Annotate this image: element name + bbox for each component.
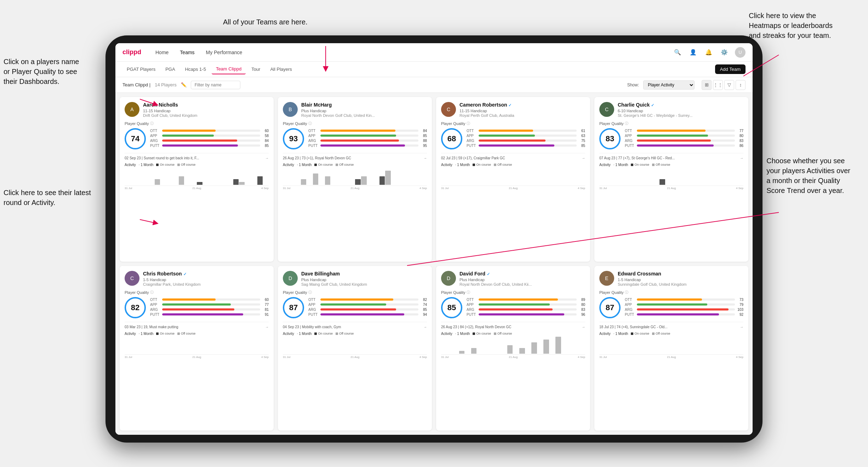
quality-content-8[interactable]: 87 OTT 73 APP: [599, 297, 743, 318]
edit-icon[interactable]: ✏️: [181, 82, 187, 87]
player-name-5[interactable]: Chris Robertson ✓: [143, 271, 269, 277]
recent-round-5[interactable]: 03 Mar 23 | 19, Must make putting →: [125, 325, 269, 329]
player-name-8[interactable]: Edward Crossman: [618, 271, 743, 277]
recent-round-link-3[interactable]: →: [582, 156, 585, 160]
quality-score-1[interactable]: 74: [125, 128, 146, 149]
player-card-6[interactable]: D Dave Billingham Plus Handicap Sag Main…: [278, 266, 432, 431]
recent-round-6[interactable]: 04 Sep 23 | Mobility with coach, Gym →: [283, 325, 427, 329]
tab-pgat-players[interactable]: PGAT Players: [122, 64, 160, 74]
player-card-8[interactable]: E Edward Crossman 1-5 Handicap Sunningda…: [594, 266, 748, 431]
quality-score-6[interactable]: 87: [283, 297, 304, 318]
filter-input[interactable]: [191, 81, 240, 89]
recent-round-4[interactable]: 07 Aug 23 | 77 (+7), St George's Hill GC…: [599, 156, 743, 160]
player-info-8: Edward Crossman 1-5 Handicap Sunningdale…: [618, 271, 743, 286]
player-name-7[interactable]: David Ford ✓: [459, 271, 585, 277]
recent-round-link-4[interactable]: →: [740, 156, 743, 160]
quality-content-2[interactable]: 93 OTT 84 APP: [283, 128, 427, 149]
player-club-3: Royal Perth Golf Club, Australia: [459, 113, 585, 118]
legend-on-3: [473, 164, 475, 166]
stat-row-arg-3: ARG 75: [467, 139, 585, 143]
avatar[interactable]: U: [735, 47, 746, 58]
recent-round-link-8[interactable]: →: [740, 325, 743, 329]
chart-dates-4: 31 Jul21 Aug4 Sep: [599, 187, 743, 190]
recent-round-7[interactable]: 26 Aug 23 | 84 (+12), Royal North Devon …: [441, 325, 585, 329]
tab-team-clippd[interactable]: Team Clippd: [212, 64, 246, 74]
quality-score-2[interactable]: 93: [283, 128, 304, 149]
player-name-1[interactable]: Aaron Nicholls: [143, 102, 269, 108]
settings-icon[interactable]: ⚙️: [719, 47, 729, 57]
recent-round-link-7[interactable]: →: [582, 325, 585, 329]
stat-row-putt-4: PUTT 86: [625, 144, 743, 148]
verified-icon: ✓: [183, 272, 187, 276]
player-name-6[interactable]: Dave Billingham: [301, 271, 427, 277]
tab-all-players[interactable]: All Players: [266, 64, 296, 74]
recent-round-8[interactable]: 18 Jul 23 | 74 (+4), Sunningdale GC - Ol…: [599, 325, 743, 329]
player-card-5[interactable]: C Chris Robertson ✓ 1-5 Handicap Craigmi…: [120, 266, 274, 431]
player-avatar-4: C: [599, 102, 614, 117]
stat-row-arg-1: ARG 84: [150, 139, 269, 143]
quality-score-3[interactable]: 68: [441, 128, 462, 149]
player-name-4[interactable]: Charlie Quick ✓: [618, 102, 743, 108]
bell-icon[interactable]: 🔔: [704, 47, 714, 57]
tab-pga[interactable]: PGA: [161, 64, 179, 74]
filter-icon[interactable]: ▽: [724, 80, 734, 90]
player-card-7[interactable]: D David Ford ✓ Plus Handicap Royal North…: [436, 266, 590, 431]
quality-label-7: Player Quality ⓘ: [441, 290, 585, 295]
profile-icon[interactable]: 👤: [688, 47, 698, 57]
nav-teams[interactable]: Teams: [180, 48, 194, 57]
recent-round-3[interactable]: 02 Jul 23 | 59 (+17), Craigmillar Park G…: [441, 156, 585, 160]
stat-row-app-1: APP 58: [150, 134, 269, 138]
stat-row-app-5: APP 77: [150, 303, 269, 307]
activity-annotation: Choose whether you seeyour players Activ…: [766, 156, 850, 195]
player-name-2[interactable]: Blair McHarg: [301, 102, 427, 108]
grid4-view-icon[interactable]: ⊞: [702, 80, 712, 90]
recent-round-link-2[interactable]: →: [423, 156, 427, 160]
player-info-2: Blair McHarg Plus Handicap Royal North D…: [301, 102, 427, 118]
quality-score-7[interactable]: 85: [441, 297, 462, 318]
stat-row-ott-6: OTT 82: [308, 298, 427, 302]
quality-label-4: Player Quality ⓘ: [599, 121, 743, 126]
tab-hcaps[interactable]: Hcaps 1-5: [181, 64, 210, 74]
quality-content-4[interactable]: 83 OTT 77 APP: [599, 128, 743, 149]
activity-header-8: Activity · 1 Month On course Off course: [599, 332, 743, 336]
stat-row-putt-1: PUTT 85: [150, 144, 269, 148]
activity-section-8: Activity · 1 Month On course Off course: [599, 332, 743, 358]
activity-section-4: Activity · 1 Month On course Off course: [599, 163, 743, 189]
quality-content-1[interactable]: 74 OTT 60 APP: [125, 128, 269, 149]
player-handicap-3: 11-15 Handicap: [459, 109, 585, 113]
quality-content-3[interactable]: 68 OTT 61 APP: [441, 128, 585, 149]
show-select[interactable]: Player Activity Quality Score Trend: [643, 80, 695, 90]
grid6-view-icon[interactable]: ⋮⋮: [713, 80, 723, 90]
quality-content-7[interactable]: 85 OTT 89 APP: [441, 297, 585, 318]
player-card-3[interactable]: C Cameron Robertson ✓ 11-15 Handicap Roy…: [436, 97, 590, 262]
recent-round-1[interactable]: 02 Sep 23 | Sunset round to get back int…: [125, 156, 269, 160]
recent-round-link-1[interactable]: →: [265, 156, 269, 160]
stat-row-app-8: APP 79: [625, 303, 743, 307]
player-card-4[interactable]: C Charlie Quick ✓ 6-10 Handicap St. Geor…: [594, 97, 748, 262]
nav-home[interactable]: Home: [155, 48, 169, 57]
search-icon[interactable]: 🔍: [673, 47, 683, 57]
quality-content-5[interactable]: 82 OTT 60 APP: [125, 297, 269, 318]
quality-content-6[interactable]: 87 OTT 82 APP: [283, 297, 427, 318]
ipad-screen: clippd Home Teams My Performance 🔍 👤 🔔 ⚙…: [115, 43, 753, 435]
player-avatar-6: D: [283, 271, 298, 286]
sort-icon[interactable]: ↕: [736, 80, 746, 90]
player-card-1[interactable]: A Aaron Nicholls 11-15 Handicap Drift Go…: [120, 97, 274, 262]
player-info-5: Chris Robertson ✓ 1-5 Handicap Craigmill…: [143, 271, 269, 286]
navbar: clippd Home Teams My Performance 🔍 👤 🔔 ⚙…: [115, 43, 753, 62]
quality-score-8[interactable]: 87: [599, 297, 621, 318]
chart-bars-4: [599, 168, 743, 186]
player-info-3: Cameron Robertson ✓ 11-15 Handicap Royal…: [459, 102, 585, 118]
nav-my-performance[interactable]: My Performance: [206, 48, 242, 57]
player-card-2[interactable]: B Blair McHarg Plus Handicap Royal North…: [278, 97, 432, 262]
recent-round-2[interactable]: 26 Aug 23 | 73 (+1), Royal North Devon G…: [283, 156, 427, 160]
tab-tour[interactable]: Tour: [247, 64, 264, 74]
player-name-3[interactable]: Cameron Robertson ✓: [459, 102, 585, 108]
recent-round-link-5[interactable]: →: [265, 325, 269, 329]
quality-score-5[interactable]: 82: [125, 297, 146, 318]
quality-score-4[interactable]: 83: [599, 128, 621, 149]
add-team-button[interactable]: Add Team: [715, 64, 746, 74]
stat-row-ott-5: OTT 60: [150, 298, 269, 302]
chart-dates-5: 31 Jul21 Aug4 Sep: [125, 355, 269, 359]
recent-round-link-6[interactable]: →: [423, 325, 427, 329]
